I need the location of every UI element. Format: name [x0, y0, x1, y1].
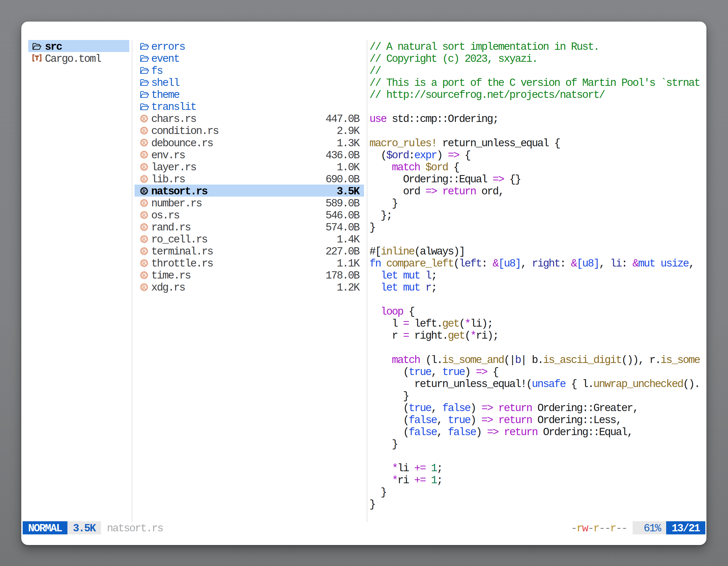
svg-text:R: R	[142, 176, 146, 182]
svg-text:R: R	[142, 128, 146, 134]
svg-text:R: R	[142, 224, 146, 230]
svg-text:R: R	[142, 164, 146, 170]
svg-text:R: R	[142, 236, 146, 242]
svg-text:R: R	[142, 273, 146, 278]
svg-text:R: R	[142, 152, 146, 158]
svg-text:R: R	[142, 248, 146, 254]
svg-text:R: R	[142, 188, 146, 194]
svg-text:R: R	[142, 212, 146, 218]
svg-text:R: R	[142, 285, 146, 290]
svg-text:R: R	[142, 116, 146, 122]
svg-text:R: R	[142, 140, 146, 146]
svg-text:R: R	[142, 261, 146, 266]
svg-text:R: R	[142, 200, 146, 206]
